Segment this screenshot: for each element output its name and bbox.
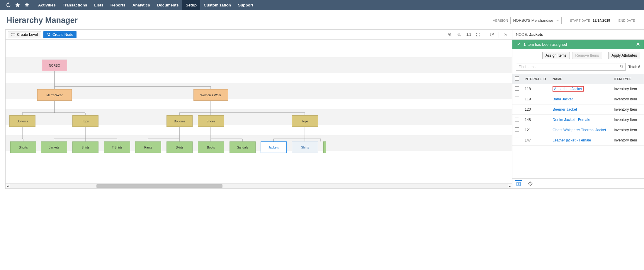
- node-leaf[interactable]: Shirts: [292, 141, 318, 153]
- row-checkbox[interactable]: [515, 127, 519, 132]
- hierarchy-canvas[interactable]: NORSO Men's Wear Women's Wear Bottoms To…: [6, 40, 512, 183]
- col-name[interactable]: NAME: [550, 74, 611, 84]
- total-label: Total: 6: [628, 65, 640, 69]
- row-checkbox[interactable]: [515, 138, 519, 142]
- scroll-thumb[interactable]: [96, 184, 222, 188]
- nav-reports[interactable]: Reports: [107, 0, 129, 10]
- cell-item-type: Inventory Item: [611, 94, 644, 104]
- fit-screen-icon[interactable]: [474, 31, 482, 38]
- node-leaf[interactable]: Skirts: [166, 141, 193, 153]
- home-icon[interactable]: [22, 0, 32, 10]
- version-select[interactable]: NORSO'S Merchandise: [510, 17, 562, 24]
- table-row: 120Beemer JacketInventory Item: [512, 104, 644, 115]
- node-sub[interactable]: Tops: [292, 115, 318, 127]
- select-all-checkbox[interactable]: [515, 76, 519, 81]
- refresh-icon[interactable]: [488, 31, 496, 38]
- table-row: 118Apparition JacketInventory Item: [512, 84, 644, 94]
- horizontal-scrollbar[interactable]: ◄ ►: [6, 183, 512, 188]
- cell-item-type: Inventory Item: [611, 115, 644, 125]
- nav-support[interactable]: Support: [235, 0, 257, 10]
- node-leaf[interactable]: Pants: [135, 141, 161, 153]
- details-pane: NODE: Jackets 1 item has been assigned ✕…: [512, 29, 644, 189]
- row-checkbox[interactable]: [515, 107, 519, 111]
- node-leaf[interactable]: Jackets: [41, 141, 67, 153]
- node-leaf[interactable]: Shorts: [10, 141, 36, 153]
- table-row: 119Bana JacketInventory Item: [512, 94, 644, 104]
- cell-name[interactable]: Beemer Jacket: [550, 104, 611, 115]
- collapse-panel-icon[interactable]: [502, 31, 509, 38]
- node-category[interactable]: Men's Wear: [37, 89, 72, 101]
- cell-name[interactable]: Apparition Jacket: [550, 84, 611, 94]
- success-banner: 1 item has been assigned ✕: [512, 40, 644, 49]
- scroll-left-icon[interactable]: ◄: [6, 184, 10, 189]
- cell-name[interactable]: Denim Jacket - Female: [550, 115, 611, 125]
- level-icon: [11, 33, 15, 37]
- create-node-button[interactable]: Create Node: [43, 31, 77, 38]
- page-header: Hierarchy Manager VERSION NORSO'S Mercha…: [0, 10, 644, 29]
- cell-item-type: Inventory Item: [611, 125, 644, 135]
- nav-documents[interactable]: Documents: [154, 0, 182, 10]
- zoom-reset-button[interactable]: 1:1: [465, 31, 473, 38]
- cell-internal-id: 120: [522, 104, 550, 115]
- table-row: 148Denim Jacket - FemaleInventory Item: [512, 115, 644, 125]
- close-icon[interactable]: ✕: [636, 42, 640, 47]
- nav-transactions[interactable]: Transactions: [59, 0, 91, 10]
- check-icon: [516, 42, 521, 47]
- node-leaf[interactable]: Shirts: [72, 141, 98, 153]
- cell-item-type: Inventory Item: [611, 135, 644, 146]
- col-internal-id[interactable]: INTERNAL ID: [522, 74, 550, 84]
- start-date-value: 12/14/2019: [593, 18, 610, 23]
- assign-items-button[interactable]: Assign Items: [542, 52, 570, 59]
- nav-setup[interactable]: Setup: [182, 0, 200, 10]
- node-leaf-selected[interactable]: Jackets: [261, 141, 287, 153]
- node-icon: [47, 33, 51, 37]
- create-level-button[interactable]: Create Level: [8, 31, 41, 38]
- selected-node-name: Jackets: [529, 32, 543, 37]
- node-sub[interactable]: Bottoms: [166, 115, 193, 127]
- cell-internal-id: 119: [522, 94, 550, 104]
- list-tab-icon[interactable]: [515, 180, 522, 188]
- nav-customization[interactable]: Customization: [200, 0, 235, 10]
- apply-attributes-button[interactable]: Apply Attributes: [608, 52, 640, 59]
- cell-internal-id: 118: [522, 84, 550, 94]
- scroll-right-icon[interactable]: ►: [508, 184, 512, 189]
- svg-rect-1: [11, 35, 15, 36]
- canvas-toolbar: Create Level Create Node 1:1: [6, 30, 512, 40]
- nav-analytics[interactable]: Analytics: [129, 0, 154, 10]
- cell-name[interactable]: Ghost Whisperer Thermal Jacket: [550, 125, 611, 135]
- zoom-in-icon[interactable]: [446, 31, 454, 38]
- node-root[interactable]: NORSO: [42, 60, 67, 71]
- node-category[interactable]: Women's Wear: [193, 89, 228, 101]
- search-icon[interactable]: [620, 65, 624, 70]
- search-input[interactable]: [516, 63, 626, 71]
- node-leaf[interactable]: Sandals: [230, 141, 256, 153]
- search-input-wrap: [516, 63, 626, 71]
- end-date-label: END DATE: [618, 19, 635, 22]
- zoom-out-icon[interactable]: [456, 31, 463, 38]
- col-item-type[interactable]: ITEM TYPE: [611, 74, 644, 84]
- node-leaf[interactable]: T-Shirts: [104, 141, 130, 153]
- side-tabs: [512, 178, 644, 188]
- cell-name[interactable]: Bana Jacket: [550, 94, 611, 104]
- row-checkbox[interactable]: [515, 86, 519, 91]
- star-icon[interactable]: [13, 0, 22, 10]
- row-checkbox[interactable]: [515, 97, 519, 101]
- cell-name[interactable]: Leather jacket - Female: [550, 135, 611, 146]
- tag-tab-icon[interactable]: [526, 180, 534, 188]
- nav-lists[interactable]: Lists: [91, 0, 107, 10]
- node-sub[interactable]: Bottoms: [9, 115, 35, 127]
- row-checkbox[interactable]: [515, 117, 519, 122]
- start-date-label: START DATE: [570, 19, 590, 22]
- node-sub[interactable]: Shoes: [198, 115, 224, 127]
- node-leaf-partial[interactable]: [323, 141, 326, 153]
- version-label: VERSION: [493, 19, 508, 22]
- nav-activities[interactable]: Activities: [35, 0, 59, 10]
- svg-rect-0: [11, 33, 15, 34]
- cell-internal-id: 148: [522, 115, 550, 125]
- history-icon[interactable]: [4, 0, 13, 10]
- node-sub[interactable]: Tops: [72, 115, 98, 127]
- node-leaf[interactable]: Boots: [198, 141, 224, 153]
- remove-items-button[interactable]: Remove Items: [572, 52, 602, 59]
- cell-item-type: Inventory Item: [611, 104, 644, 115]
- cell-internal-id: 121: [522, 125, 550, 135]
